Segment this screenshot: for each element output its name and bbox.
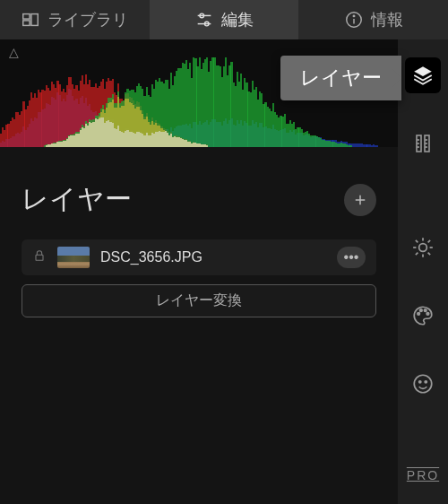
tab-edit-label: 編集 bbox=[221, 9, 254, 30]
svg-rect-2 bbox=[31, 14, 38, 26]
svg-point-32 bbox=[420, 309, 423, 312]
pro-badge[interactable]: PRO bbox=[407, 468, 439, 482]
svg-line-30 bbox=[428, 240, 430, 242]
layer-more-button[interactable]: ••• bbox=[337, 247, 366, 268]
right-sidebar: PRO bbox=[398, 39, 448, 504]
svg-line-29 bbox=[416, 253, 418, 255]
plus-icon bbox=[352, 192, 368, 208]
sidebar-layers-button[interactable] bbox=[405, 57, 441, 93]
tab-library[interactable]: ライブラリ bbox=[0, 0, 150, 39]
palette-icon bbox=[411, 304, 435, 327]
layer-thumbnail bbox=[57, 247, 90, 268]
layer-convert-label: レイヤー変換 bbox=[156, 292, 242, 308]
layers-tooltip-label: レイヤー bbox=[300, 66, 382, 89]
svg-point-9 bbox=[353, 15, 354, 16]
svg-line-27 bbox=[416, 240, 418, 242]
info-icon bbox=[344, 10, 364, 30]
sidebar-light-button[interactable] bbox=[405, 230, 441, 265]
svg-point-31 bbox=[418, 313, 420, 316]
svg-line-28 bbox=[428, 253, 430, 255]
ellipsis-icon: ••• bbox=[344, 249, 359, 265]
add-layer-button[interactable] bbox=[344, 184, 376, 216]
layers-icon bbox=[411, 64, 435, 87]
tab-edit[interactable]: 編集 bbox=[150, 0, 299, 39]
sidebar-crop-button[interactable] bbox=[405, 126, 441, 161]
ruler-icon bbox=[412, 133, 434, 154]
sidebar-color-button[interactable] bbox=[405, 298, 441, 334]
tab-info[interactable]: 情報 bbox=[298, 0, 448, 39]
main-panel: △ レイヤー レイヤー DSC_365 bbox=[0, 39, 398, 504]
layers-tooltip: レイヤー bbox=[280, 56, 401, 100]
sun-icon bbox=[411, 236, 435, 259]
svg-rect-12 bbox=[36, 255, 43, 260]
smile-icon bbox=[411, 372, 435, 395]
layers-title: レイヤー bbox=[22, 181, 132, 218]
layer-row[interactable]: DSC_3656.JPG ••• bbox=[22, 239, 376, 275]
histogram: △ レイヤー bbox=[0, 39, 398, 147]
sidebar-effects-button[interactable] bbox=[405, 366, 441, 402]
svg-point-34 bbox=[426, 313, 429, 316]
svg-rect-0 bbox=[23, 14, 30, 19]
layer-name: DSC_3656.JPG bbox=[100, 249, 326, 265]
library-icon bbox=[21, 10, 40, 30]
tab-info-label: 情報 bbox=[371, 9, 403, 30]
svg-point-22 bbox=[419, 244, 427, 252]
lock-icon bbox=[32, 248, 47, 266]
svg-point-35 bbox=[414, 375, 432, 393]
svg-marker-13 bbox=[414, 66, 432, 76]
svg-point-36 bbox=[419, 381, 421, 383]
layer-convert-button[interactable]: レイヤー変換 bbox=[22, 284, 376, 317]
sliders-icon bbox=[194, 10, 214, 30]
svg-point-37 bbox=[425, 381, 426, 383]
layers-panel: レイヤー DSC_3656.JPG ••• レイヤー変 bbox=[0, 147, 398, 334]
top-tabbar: ライブラリ 編集 情報 bbox=[0, 0, 448, 39]
svg-point-33 bbox=[424, 309, 426, 312]
tab-library-label: ライブラリ bbox=[47, 9, 128, 30]
svg-rect-1 bbox=[23, 21, 30, 25]
